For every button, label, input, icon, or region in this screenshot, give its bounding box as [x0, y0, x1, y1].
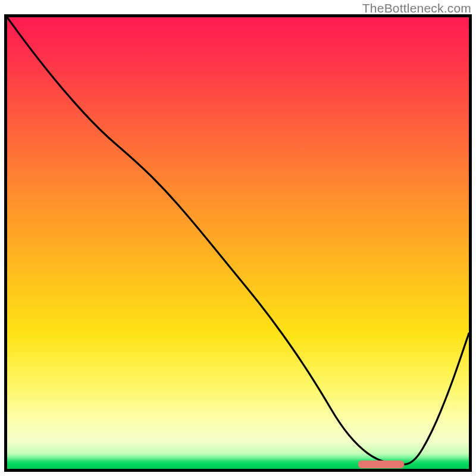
chart-frame — [4, 14, 472, 472]
curve-svg — [7, 17, 469, 469]
bottleneck-curve — [7, 17, 469, 464]
watermark-text: TheBottleneck.com — [362, 1, 471, 15]
optimal-range-marker — [358, 461, 405, 468]
